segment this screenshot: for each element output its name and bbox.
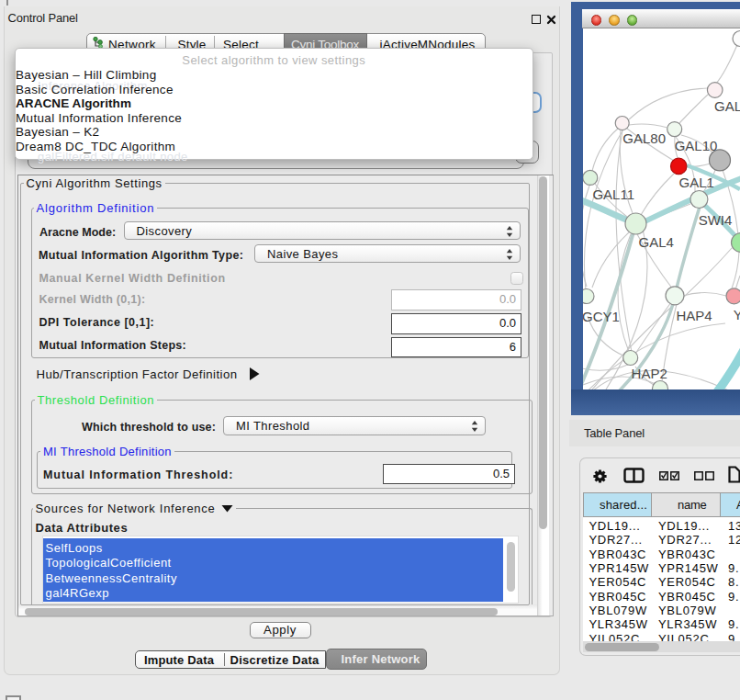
svg-text:HAP2: HAP2 xyxy=(632,366,667,381)
svg-text:SWI4: SWI4 xyxy=(699,212,733,228)
svg-text:GAL11: GAL11 xyxy=(592,186,634,202)
svg-text:GCY1: GCY1 xyxy=(583,309,620,324)
svg-text:GAL1: GAL1 xyxy=(679,175,714,190)
svg-text:GAL10: GAL10 xyxy=(675,138,718,153)
svg-text:GAL4: GAL4 xyxy=(639,234,674,250)
svg-text:GAL7: GAL7 xyxy=(714,98,740,114)
svg-text:HAP4: HAP4 xyxy=(677,308,712,323)
svg-text:GAL80: GAL80 xyxy=(622,130,666,146)
svg-text:YE: YE xyxy=(734,307,740,322)
